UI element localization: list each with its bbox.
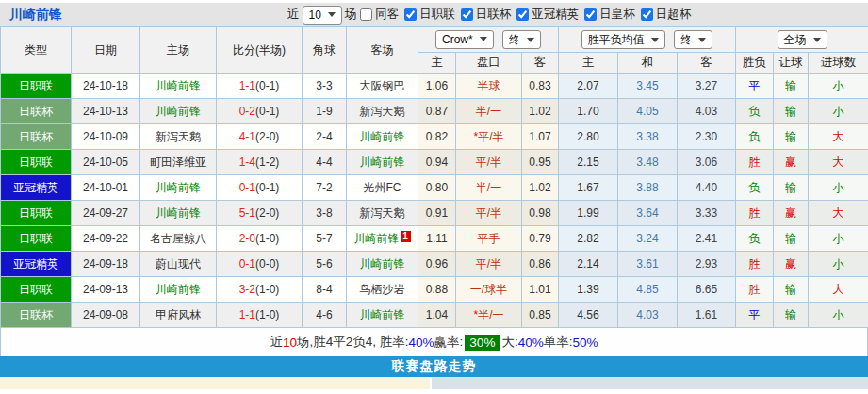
match-date: 24-09-22 bbox=[72, 226, 140, 252]
wdl-result: 负 bbox=[736, 226, 774, 252]
home-team: 川崎前锋 bbox=[140, 277, 217, 303]
match-score: 4-1(2-0) bbox=[217, 124, 303, 150]
filter-controls: 近 10 场 同客 日职联日联杯亚冠精英日皇杯日超杯 bbox=[287, 3, 693, 26]
handicap-result: 赢 bbox=[774, 252, 809, 277]
odds-away: 1.02 bbox=[522, 99, 559, 124]
league-label: 日超杯 bbox=[656, 7, 692, 23]
match-score: 0-1(0-0) bbox=[217, 252, 303, 277]
match-score: 1-1(0-1) bbox=[217, 74, 303, 99]
league-filter-0[interactable]: 日职联 bbox=[401, 7, 455, 23]
summary-segment: 场,胜4平2负4, 胜率: bbox=[297, 334, 409, 351]
avg-draw: 3.48 bbox=[618, 150, 678, 175]
odds-away: 1.07 bbox=[522, 124, 559, 150]
avg-type-select[interactable]: 胜平负均值 bbox=[581, 30, 665, 49]
match-row: 亚冠精英24-10-01川崎前锋0-1(0-1)7-2光州FC0.80半/一1.… bbox=[1, 175, 868, 201]
match-history-table: 类型 日期 主场 比分(半场) 角球 客场 Crow* 终 bbox=[0, 26, 868, 328]
wdl-result: 胜 bbox=[736, 150, 774, 175]
league-checkbox[interactable] bbox=[641, 8, 653, 21]
league-trend-bar[interactable]: 联赛盘路走势 bbox=[0, 356, 868, 377]
avg-lose: 4.03 bbox=[678, 99, 736, 124]
handicap: 平手 bbox=[456, 226, 522, 252]
next-section-left bbox=[0, 377, 432, 389]
goals-result: 小 bbox=[809, 74, 868, 99]
home-team: 川崎前锋 bbox=[140, 175, 217, 201]
handicap: 半/一 bbox=[456, 175, 522, 201]
match-score: 2-0(1-0) bbox=[217, 226, 303, 252]
match-date: 24-09-13 bbox=[72, 277, 140, 303]
league-checkbox[interactable] bbox=[516, 8, 529, 21]
handicap-result: 输 bbox=[774, 124, 809, 150]
odds-home: 1.04 bbox=[418, 303, 456, 328]
league-checkbox[interactable] bbox=[404, 8, 417, 21]
match-row: 日联杯24-10-09新泻天鹅4-1(2-0)2-4川崎前锋0.82*平/半1.… bbox=[1, 124, 868, 150]
col-header-date: 日期 bbox=[72, 27, 140, 74]
same-away-checkbox[interactable] bbox=[360, 8, 372, 21]
match-type-badge: 日职联 bbox=[1, 201, 72, 226]
league-filter-2[interactable]: 亚冠精英 bbox=[513, 7, 579, 23]
match-date: 24-10-09 bbox=[72, 124, 140, 150]
recent-record-summary: 近10场,胜4平2负4, 胜率:40% 赢率:30% 大:40% 单率:50% bbox=[0, 328, 868, 356]
odds-away: 1.02 bbox=[522, 175, 559, 201]
avg-time-select[interactable]: 终 bbox=[674, 30, 712, 49]
summary-segment: 赢率: bbox=[434, 334, 464, 351]
wdl-result: 负 bbox=[736, 99, 774, 124]
match-row: 日职联24-09-22名古屋鲸八2-0(1-0)5-7川崎前锋11.11平手0.… bbox=[1, 226, 868, 252]
odds-time-select[interactable]: 终 bbox=[502, 30, 541, 49]
away-team: 川崎前锋 bbox=[347, 303, 418, 328]
summary-segment: 50% bbox=[572, 336, 598, 350]
away-team: 新泻天鹅 bbox=[347, 201, 418, 226]
odds-home: 0.96 bbox=[418, 252, 456, 277]
avg-win: 2.15 bbox=[559, 150, 618, 175]
home-team: 川崎前锋 bbox=[140, 201, 217, 226]
same-away-checkbox-label[interactable]: 同客 bbox=[356, 7, 399, 23]
home-team: 名古屋鲸八 bbox=[140, 226, 217, 252]
avg-win: 4.56 bbox=[559, 303, 618, 328]
odds-source-select[interactable]: Crow* bbox=[435, 30, 494, 49]
avg-lose: 3.27 bbox=[678, 74, 736, 99]
summary-segment: 近 bbox=[270, 334, 284, 351]
home-team: 新泻天鹅 bbox=[140, 124, 217, 150]
league-checkbox[interactable] bbox=[584, 8, 597, 21]
match-date: 24-10-18 bbox=[72, 74, 140, 99]
league-label: 日皇杯 bbox=[599, 7, 635, 23]
match-score: 1-1(1-0) bbox=[217, 303, 303, 328]
match-date: 24-09-18 bbox=[72, 252, 140, 277]
scope-value: 全场 bbox=[784, 32, 807, 48]
away-team: 川崎前锋 bbox=[347, 150, 418, 175]
goals-result: 小 bbox=[809, 175, 868, 201]
scope-select[interactable]: 全场 bbox=[778, 30, 827, 49]
handicap-result: 输 bbox=[774, 277, 809, 303]
wdl-result: 负 bbox=[736, 124, 774, 150]
match-type-badge: 日职联 bbox=[1, 74, 72, 99]
corner-count: 3-8 bbox=[303, 201, 347, 226]
corner-count: 2-4 bbox=[303, 124, 347, 150]
goals-result: 大 bbox=[809, 150, 868, 175]
corner-count: 7-2 bbox=[303, 175, 347, 201]
summary-segment: 10 bbox=[283, 336, 297, 350]
chevron-down-icon bbox=[328, 12, 336, 17]
goals-result: 大 bbox=[809, 277, 868, 303]
corner-count: 8-4 bbox=[303, 277, 347, 303]
league-filter-1[interactable]: 日联杯 bbox=[457, 7, 512, 23]
league-checkbox[interactable] bbox=[461, 8, 473, 21]
home-team: 町田泽维亚 bbox=[140, 150, 217, 175]
team-odds-history-page: 川崎前锋 近 10 场 同客 日职联日联杯亚冠精英日皇杯日超杯 类型 bbox=[0, 0, 868, 389]
avg-draw: 4.05 bbox=[618, 99, 678, 124]
chevron-down-icon bbox=[527, 38, 534, 42]
league-filter-3[interactable]: 日皇杯 bbox=[581, 7, 635, 23]
avg-win: 2.07 bbox=[559, 74, 618, 99]
corner-count: 4-6 bbox=[303, 303, 347, 328]
match-date: 24-10-01 bbox=[72, 175, 140, 201]
avg-lose: 2.30 bbox=[678, 124, 736, 150]
avg-lose: 2.41 bbox=[678, 226, 736, 252]
avg-lose: 2.93 bbox=[678, 252, 736, 277]
goals-result: 大 bbox=[809, 124, 868, 150]
col-header-score: 比分(半场) bbox=[217, 27, 303, 74]
odds-group-header: Crow* 终 bbox=[418, 27, 559, 53]
avg-win: 1.70 bbox=[559, 99, 618, 124]
avg-draw: 3.88 bbox=[618, 175, 678, 201]
recent-count-select[interactable]: 10 bbox=[303, 6, 342, 25]
league-label: 日职联 bbox=[419, 7, 455, 23]
avg-lose: 3.06 bbox=[678, 150, 736, 175]
league-filter-4[interactable]: 日超杯 bbox=[637, 7, 692, 23]
